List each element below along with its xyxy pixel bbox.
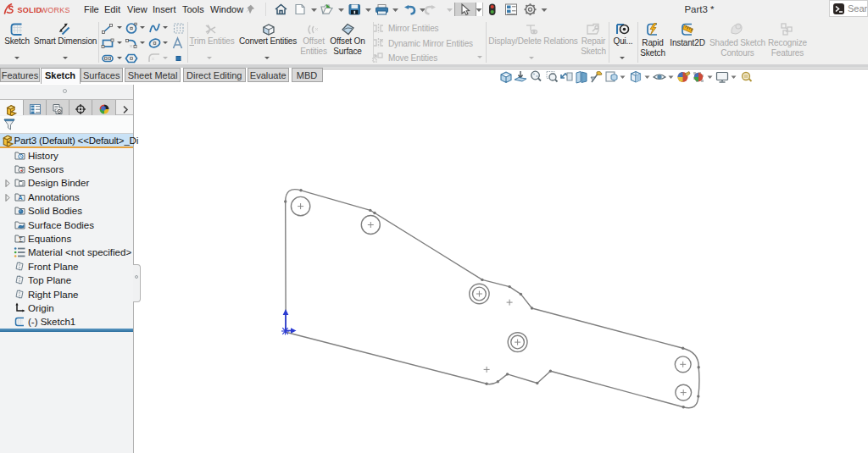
svg-text:SOLID: SOLID [18, 6, 42, 14]
svg-text:A: A [18, 194, 23, 202]
svg-text:Σ: Σ [19, 236, 23, 244]
svg-text:WORKS: WORKS [41, 6, 70, 14]
